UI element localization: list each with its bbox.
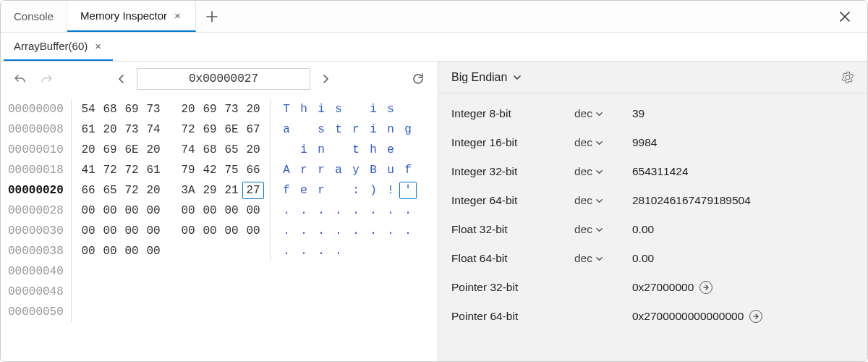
value-format-select[interactable]: dec: [574, 136, 632, 149]
row-address[interactable]: 00000010: [8, 140, 72, 160]
byte-cell[interactable]: 00: [177, 221, 199, 241]
settings-button[interactable]: [841, 71, 854, 84]
byte-cell[interactable]: 65: [99, 180, 121, 201]
byte-cell[interactable]: 73: [121, 119, 142, 140]
ascii-cell[interactable]: [382, 241, 399, 261]
byte-cell[interactable]: 66: [242, 160, 264, 180]
byte-cell[interactable]: 00: [142, 201, 164, 221]
byte-cell[interactable]: 66: [77, 180, 99, 201]
ascii-cell[interactable]: .: [347, 201, 365, 221]
byte-cell[interactable]: 6E: [221, 119, 242, 140]
row-address[interactable]: 00000038: [8, 241, 72, 261]
ascii-cell[interactable]: .: [365, 221, 382, 241]
jump-to-address-button[interactable]: [749, 310, 762, 323]
ascii-cell[interactable]: n: [382, 119, 399, 140]
byte-cell[interactable]: 72: [121, 160, 142, 180]
ascii-cell[interactable]: f: [278, 180, 295, 201]
byte-cell[interactable]: 68: [199, 140, 221, 160]
ascii-cell[interactable]: [330, 140, 347, 160]
top-tab-memory-inspector[interactable]: Memory Inspector×: [67, 1, 196, 32]
byte-cell[interactable]: 00: [199, 201, 221, 221]
byte-cell[interactable]: 74: [177, 140, 199, 160]
ascii-cell[interactable]: [330, 180, 347, 201]
byte-cell[interactable]: 00: [221, 221, 242, 241]
byte-cell[interactable]: 00: [121, 221, 142, 241]
row-address[interactable]: 00000028: [8, 201, 72, 221]
ascii-cell[interactable]: r: [312, 180, 330, 201]
ascii-cell[interactable]: .: [399, 221, 417, 241]
byte-cell[interactable]: [221, 241, 242, 261]
byte-cell[interactable]: 00: [99, 221, 121, 241]
byte-cell[interactable]: 54: [77, 99, 99, 119]
ascii-cell[interactable]: .: [295, 241, 312, 261]
ascii-cell[interactable]: s: [382, 99, 399, 119]
byte-cell[interactable]: 00: [77, 201, 99, 221]
ascii-cell[interactable]: [295, 119, 312, 140]
ascii-cell[interactable]: A: [278, 160, 295, 180]
byte-cell[interactable]: 29: [199, 180, 221, 201]
prev-page-button[interactable]: [114, 71, 129, 87]
ascii-cell[interactable]: .: [399, 201, 417, 221]
ascii-cell[interactable]: .: [278, 221, 295, 241]
byte-cell[interactable]: 20: [242, 140, 264, 160]
value-format-select[interactable]: dec: [574, 223, 632, 236]
byte-cell[interactable]: 79: [177, 160, 199, 180]
ascii-cell[interactable]: i: [312, 99, 330, 119]
ascii-cell[interactable]: i: [365, 99, 382, 119]
jump-to-address-button[interactable]: [699, 281, 712, 294]
byte-cell[interactable]: 72: [177, 119, 199, 140]
byte-cell[interactable]: 20: [142, 140, 164, 160]
ascii-cell[interactable]: n: [312, 140, 330, 160]
ascii-cell[interactable]: a: [278, 119, 295, 140]
row-address[interactable]: 00000040: [8, 261, 72, 282]
byte-cell[interactable]: 00: [142, 221, 164, 241]
byte-cell[interactable]: 20: [242, 99, 264, 119]
hex-table[interactable]: 000000005468697320697320This is 00000008…: [1, 96, 438, 329]
byte-cell[interactable]: 20: [77, 140, 99, 160]
byte-cell[interactable]: 21: [221, 180, 242, 201]
byte-cell[interactable]: 00: [199, 221, 221, 241]
byte-cell[interactable]: 61: [142, 160, 164, 180]
byte-cell[interactable]: 00: [99, 201, 121, 221]
top-tab-console[interactable]: Console: [1, 1, 67, 32]
ascii-cell[interactable]: [347, 241, 365, 261]
byte-cell[interactable]: 75: [221, 160, 242, 180]
ascii-cell[interactable]: t: [347, 140, 365, 160]
next-page-button[interactable]: [318, 71, 333, 87]
ascii-cell[interactable]: [347, 99, 365, 119]
ascii-cell[interactable]: h: [295, 99, 312, 119]
byte-cell[interactable]: 20: [142, 180, 164, 201]
row-address[interactable]: 00000020: [8, 180, 72, 201]
ascii-cell[interactable]: i: [365, 119, 382, 140]
address-input[interactable]: [137, 68, 310, 90]
value-format-select[interactable]: dec: [574, 165, 632, 178]
row-address[interactable]: 00000008: [8, 119, 72, 140]
ascii-cell[interactable]: .: [347, 221, 365, 241]
byte-cell[interactable]: 27: [242, 182, 264, 199]
ascii-cell[interactable]: B: [365, 160, 382, 180]
ascii-cell[interactable]: h: [365, 140, 382, 160]
ascii-cell[interactable]: .: [330, 221, 347, 241]
ascii-cell[interactable]: e: [382, 140, 399, 160]
byte-cell[interactable]: 00: [177, 201, 199, 221]
ascii-cell[interactable]: [365, 241, 382, 261]
byte-cell[interactable]: 6E: [121, 140, 142, 160]
byte-cell[interactable]: 00: [142, 241, 164, 261]
value-format-select[interactable]: dec: [574, 194, 632, 207]
close-icon[interactable]: ×: [173, 9, 182, 22]
ascii-cell[interactable]: a: [330, 160, 347, 180]
ascii-cell[interactable]: .: [382, 201, 399, 221]
ascii-cell[interactable]: t: [330, 119, 347, 140]
row-address[interactable]: 00000050: [8, 302, 72, 322]
byte-cell[interactable]: 00: [221, 201, 242, 221]
undo-button[interactable]: [11, 70, 30, 88]
add-tab-button[interactable]: [196, 10, 228, 23]
byte-cell[interactable]: 00: [242, 221, 264, 241]
ascii-cell[interactable]: .: [312, 201, 330, 221]
ascii-cell[interactable]: [278, 140, 295, 160]
ascii-cell[interactable]: [399, 140, 417, 160]
ascii-cell[interactable]: r: [312, 160, 330, 180]
byte-cell[interactable]: 20: [177, 99, 199, 119]
byte-cell[interactable]: 00: [77, 241, 99, 261]
byte-cell[interactable]: 00: [121, 241, 142, 261]
